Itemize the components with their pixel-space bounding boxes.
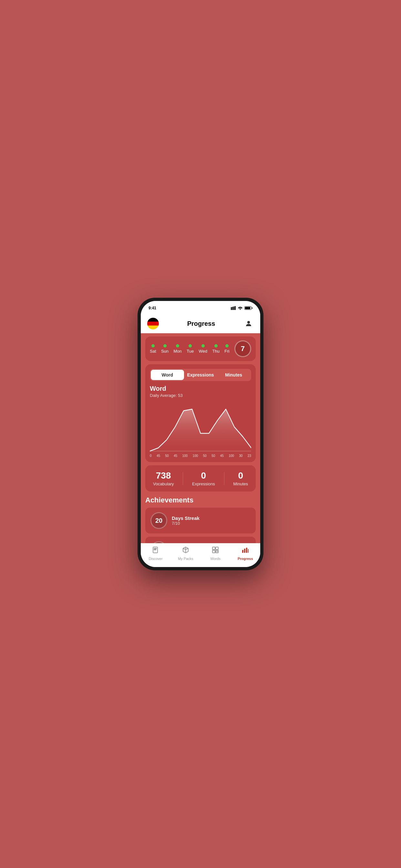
stat-expressions: 0 Expressions <box>192 470 215 486</box>
achievement-vocab-packs[interactable]: 5 Vocabulary Packs Edited 1/2 <box>145 537 256 543</box>
vocabulary-label: Vocabulary <box>153 482 174 486</box>
x-label-5: 100 <box>193 454 198 458</box>
svg-rect-11 <box>154 548 157 549</box>
svg-rect-15 <box>212 550 215 553</box>
svg-rect-20 <box>248 549 249 553</box>
x-label-1: 45 <box>157 454 160 458</box>
profile-button[interactable] <box>243 318 254 329</box>
day-mon-label: Mon <box>174 349 182 353</box>
dot-wed <box>202 344 205 347</box>
x-label-2: 50 <box>165 454 168 458</box>
day-tue: Tue <box>187 344 194 353</box>
achievement-name-1: Days Streak <box>172 516 251 521</box>
x-label-11: 23 <box>248 454 251 458</box>
svg-rect-3 <box>235 306 236 310</box>
tab-expressions[interactable]: Expressions <box>184 370 217 380</box>
chart-x-labels: 0 45 50 45 100 100 50 50 45 100 30 23 <box>150 454 251 458</box>
svg-rect-13 <box>212 547 215 550</box>
svg-rect-17 <box>242 550 243 553</box>
svg-rect-18 <box>244 549 245 553</box>
day-wed: Wed <box>199 344 208 353</box>
x-label-3: 45 <box>174 454 177 458</box>
chart-tabs: Word Expressions Minutes <box>150 369 251 381</box>
phone-device: 9:41 Progress <box>137 298 264 570</box>
svg-point-8 <box>247 321 250 323</box>
day-thu: Thu <box>212 344 219 353</box>
achievement-number-1: 20 <box>155 517 162 524</box>
tab-word[interactable]: Word <box>151 370 184 380</box>
nav-words[interactable]: Words <box>204 546 227 561</box>
day-thu-label: Thu <box>212 349 219 353</box>
svg-rect-19 <box>246 548 247 553</box>
day-sat-label: Sat <box>150 349 156 353</box>
progress-icon <box>242 546 249 556</box>
minutes-value: 0 <box>238 470 243 481</box>
day-sun: Sun <box>161 344 168 353</box>
dot-sun <box>163 344 166 347</box>
chart-visualization <box>150 401 251 453</box>
svg-rect-14 <box>216 547 218 550</box>
svg-rect-0 <box>231 307 232 310</box>
svg-rect-2 <box>234 306 235 310</box>
stat-divider-2 <box>224 472 224 485</box>
packs-icon <box>182 546 189 556</box>
stat-vocabulary: 738 Vocabulary <box>153 470 174 486</box>
achievement-days-streak[interactable]: 20 Days Streak 7/10 <box>145 507 256 533</box>
dot-sat <box>151 344 155 347</box>
svg-rect-7 <box>252 307 252 309</box>
nav-my-packs-label: My Packs <box>178 557 193 561</box>
svg-point-4 <box>240 309 241 310</box>
x-label-8: 45 <box>220 454 224 458</box>
chart-card: Word Expressions Minutes Word Daily Aver… <box>145 364 256 462</box>
nav-discover[interactable]: Discover <box>144 546 167 561</box>
nav-discover-label: Discover <box>149 557 163 561</box>
day-wed-label: Wed <box>199 349 208 353</box>
page-title: Progress <box>187 320 215 328</box>
nav-progress[interactable]: Progress <box>234 546 257 561</box>
app-header: Progress <box>141 315 260 333</box>
x-label-4: 100 <box>182 454 188 458</box>
language-flag[interactable] <box>147 318 159 330</box>
streak-badge: 7 <box>235 340 251 357</box>
achievement-circle-1: 20 <box>150 512 167 529</box>
svg-rect-1 <box>232 307 233 310</box>
day-fri-label: Fri <box>224 349 229 353</box>
x-label-0: 0 <box>150 454 152 458</box>
expressions-value: 0 <box>201 470 206 481</box>
dot-mon <box>176 344 179 347</box>
x-label-9: 100 <box>228 454 234 458</box>
vocabulary-value: 738 <box>156 470 171 481</box>
day-fri: Fri <box>224 344 229 353</box>
streak-row: Sat Sun Mon Tue Wed <box>145 337 256 361</box>
main-content: Sat Sun Mon Tue Wed <box>141 333 260 543</box>
day-sat: Sat <box>150 344 156 353</box>
chart-title: Word <box>150 385 251 392</box>
achievements-title: Achievements <box>145 496 256 504</box>
x-label-7: 50 <box>212 454 215 458</box>
stat-minutes: 0 Minutes <box>234 470 248 486</box>
discover-icon <box>152 546 159 556</box>
achievement-info-1: Days Streak 7/10 <box>172 516 251 526</box>
dot-tue <box>189 344 192 347</box>
dot-fri <box>225 344 228 347</box>
minutes-label: Minutes <box>234 482 248 486</box>
status-bar: 9:41 <box>141 301 260 315</box>
nav-my-packs[interactable]: My Packs <box>174 546 197 561</box>
dot-thu <box>214 344 218 347</box>
achievement-progress-1: 7/10 <box>172 521 251 526</box>
stat-divider-1 <box>183 472 183 485</box>
bottom-navigation: Discover My Packs Words Progress <box>141 543 260 567</box>
svg-rect-6 <box>245 307 251 309</box>
streak-count: 7 <box>241 345 245 353</box>
stats-row: 738 Vocabulary 0 Expressions 0 Minutes <box>145 465 256 492</box>
day-mon: Mon <box>174 344 182 353</box>
nav-progress-label: Progress <box>238 557 253 561</box>
day-sun-label: Sun <box>161 349 168 353</box>
phone-screen: 9:41 Progress <box>141 301 260 567</box>
words-icon <box>212 546 219 556</box>
day-tue-label: Tue <box>187 349 194 353</box>
expressions-label: Expressions <box>192 482 215 486</box>
x-label-6: 50 <box>203 454 207 458</box>
tab-minutes[interactable]: Minutes <box>217 370 250 380</box>
svg-rect-12 <box>154 550 156 550</box>
